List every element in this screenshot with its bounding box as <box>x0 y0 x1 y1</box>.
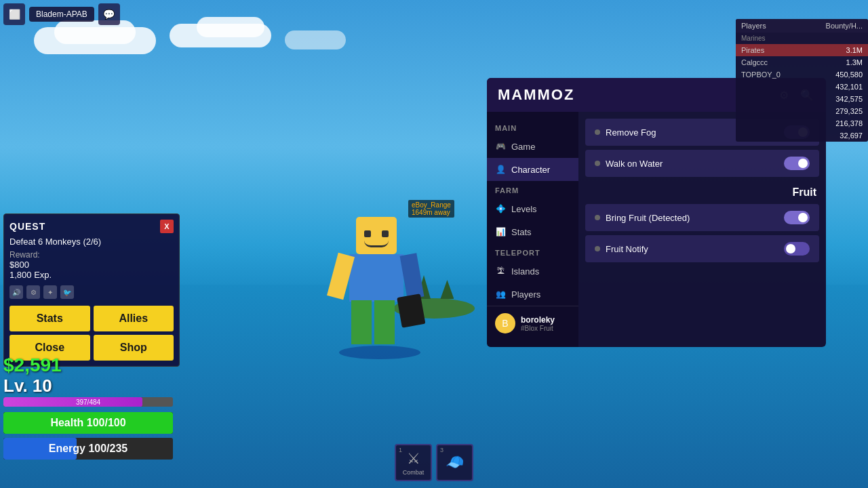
nav-user-info: boroleky #Blox Fruit <box>521 315 555 332</box>
hotbar-slot-3-icon: 🧢 <box>446 453 464 471</box>
toggle-walk-on-water-switch[interactable] <box>784 157 810 170</box>
quest-task: Defeat 6 Monkeys (2/6) <box>9 237 174 247</box>
nav-game-label: Game <box>511 142 535 152</box>
nav-item-islands[interactable]: 🏝 Islands <box>487 260 578 283</box>
lb-row-8: 32,697 <box>736 129 868 142</box>
hotbar-slot-3[interactable]: 3 🧢 <box>436 444 473 481</box>
xp-text: 397/484 <box>3 399 173 406</box>
toggle-bring-fruit-label: Bring Fruit (Detected) <box>595 213 690 223</box>
lb-row-4: 432,101 <box>736 81 868 93</box>
sound-icon: 🔊 <box>9 285 23 299</box>
nav-islands-label: Islands <box>511 266 539 277</box>
quest-reward-label: Reward: <box>9 250 174 260</box>
money-display: $2,591 <box>3 354 62 376</box>
toggle-dot-4 <box>595 246 600 251</box>
nav-item-character[interactable]: 👤 Character <box>487 158 578 181</box>
nav-username: boroleky <box>521 315 555 325</box>
nav-avatar: B <box>495 313 515 333</box>
hotbar-slot-1-num: 1 <box>399 447 402 453</box>
allies-button[interactable]: Allies <box>94 306 174 331</box>
players-icon: 👥 <box>495 289 506 300</box>
lb-row-5: 342,575 <box>736 93 868 105</box>
app-name-badge: Bladem-APAB <box>29 7 94 22</box>
quest-action-buttons: Stats Allies Close Shop <box>9 306 174 361</box>
toggle-bring-fruit: Bring Fruit (Detected) <box>585 204 819 231</box>
fruit-section-label: Fruit <box>585 181 819 204</box>
lb-row-7: 216,378 <box>736 117 868 129</box>
menu-content: Remove Fog Walk on Water Fruit Bring Fru… <box>578 112 826 347</box>
nav-item-stats[interactable]: 📊 Stats <box>487 220 578 243</box>
islands-icon: 🏝 <box>495 266 506 277</box>
lb-row-6: 279,325 <box>736 105 868 117</box>
toggle-fruit-notify-switch[interactable] <box>784 242 810 256</box>
toggle-walk-on-water: Walk on Water <box>585 150 819 177</box>
hotbar-slot-1-label: Combat <box>403 469 425 476</box>
toggle-bring-fruit-switch[interactable] <box>784 211 810 224</box>
stats-button[interactable]: Stats <box>9 306 90 331</box>
menu-nav: MAIN 🎮 Game 👤 Character FARM 💠 Levels 📊 … <box>487 112 578 347</box>
menu-body: MAIN 🎮 Game 👤 Character FARM 💠 Levels 📊 … <box>487 112 826 347</box>
quest-title: QUEST <box>9 221 45 232</box>
level-display: Lv. 10 <box>3 375 52 396</box>
toggle-dot <box>595 129 600 135</box>
lb-row-pirates: Pirates 3.1M <box>736 44 868 56</box>
menu-title: MAMMOZ <box>498 86 574 104</box>
lb-section-marines: Marines <box>736 33 868 44</box>
character-model <box>332 217 420 352</box>
leaderboard: Players Bounty/H... Marines Pirates 3.1M… <box>736 19 868 142</box>
quest-exp: 1,800 Exp. <box>9 270 174 280</box>
app-icon[interactable]: ⬜ <box>3 3 25 25</box>
top-left-bar: ⬜ Bladem-APAB 💬 <box>3 3 120 25</box>
toggle-dot-3 <box>595 215 600 220</box>
lb-col-bounty: Bounty/H... <box>826 22 863 30</box>
chat-icon[interactable]: 💬 <box>98 3 120 25</box>
nav-item-levels[interactable]: 💠 Levels <box>487 197 578 220</box>
lb-row-calgccc: Calgccc 1.3M <box>736 56 868 68</box>
hotbar: 1 ⚔ Combat 3 🧢 <box>395 444 473 481</box>
levels-icon: 💠 <box>495 203 506 214</box>
shop-button[interactable]: Shop <box>94 335 174 361</box>
lb-row-3: TOPBOY_0 450,580 <box>736 68 868 81</box>
target-icon: ✦ <box>43 285 57 299</box>
nav-players-label: Players <box>511 289 540 300</box>
hotbar-slot-1-icon: ⚔ <box>407 450 420 468</box>
nav-levels-label: Levels <box>511 204 537 214</box>
app-name: Bladem-APAB <box>36 9 87 19</box>
toggle-dot-2 <box>595 161 600 166</box>
hotbar-slot-1[interactable]: 1 ⚔ Combat <box>395 444 432 481</box>
lb-col-players: Players <box>741 22 766 30</box>
nav-profile: B boroleky #Blox Fruit <box>487 306 578 340</box>
nav-tag: #Blox Fruit <box>521 325 555 332</box>
nav-farm-label: FARM <box>487 181 578 197</box>
character-icon: 👤 <box>495 164 506 175</box>
nav-stats-label: Stats <box>511 227 532 237</box>
quest-panel: QUEST X Defeat 6 Monkeys (2/6) Reward: $… <box>3 214 180 367</box>
nav-item-players[interactable]: 👥 Players <box>487 283 578 306</box>
nav-character-label: Character <box>511 165 550 175</box>
toggle-fruit-notify-label: Fruit Notify <box>595 244 648 254</box>
quest-money: $800 <box>9 260 174 270</box>
nav-main-label: MAIN <box>487 119 578 135</box>
nav-teleport-label: TELEPORT <box>487 243 578 260</box>
toggle-remove-fog-label: Remove Fog <box>595 127 656 138</box>
hotbar-slot-3-num: 3 <box>440 447 443 453</box>
quest-close-button[interactable]: X <box>160 220 174 233</box>
toggle-walk-on-water-label: Walk on Water <box>595 159 663 169</box>
clouds <box>34 20 373 88</box>
twitter-icon: 🐦 <box>60 285 74 299</box>
nav-item-game[interactable]: 🎮 Game <box>487 135 578 158</box>
energy-text: Energy 100/235 <box>3 438 173 460</box>
quest-icon-bar: 🔊 ⚙ ✦ 🐦 <box>9 285 174 299</box>
stats-icon: 📊 <box>495 226 506 237</box>
health-text: Health 100/100 <box>3 412 173 434</box>
toggle-fruit-notify: Fruit Notify <box>585 235 819 262</box>
lb-header: Players Bounty/H... <box>736 19 868 33</box>
game-icon: 🎮 <box>495 141 506 152</box>
gear-icon: ⚙ <box>26 285 40 299</box>
